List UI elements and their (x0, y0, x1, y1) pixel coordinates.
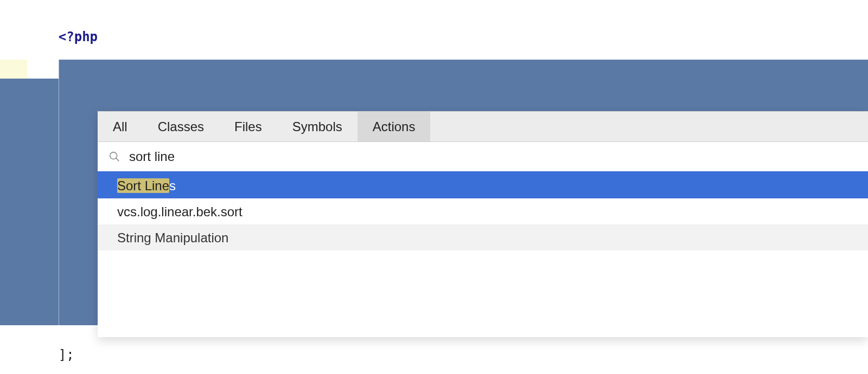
gutter-highlight (0, 60, 27, 79)
svg-point-0 (110, 152, 117, 159)
code-line: 'Istanbul', (27, 79, 868, 98)
gutter-selected (0, 154, 27, 173)
search-icon (108, 151, 120, 163)
search-everywhere-popup: All Classes Files Symbols Actions Sort L… (98, 111, 868, 337)
gutter-selected (0, 98, 27, 117)
match-highlight: Sort Line (117, 178, 169, 193)
result-section[interactable]: String Manipulation (98, 224, 868, 250)
tab-classes[interactable]: Classes (143, 112, 219, 141)
gutter-selected (0, 79, 27, 98)
result-label: String Manipulation (117, 228, 228, 247)
gutter-selected (0, 211, 27, 230)
code-line: <?php (27, 9, 868, 28)
search-input[interactable] (129, 149, 857, 164)
gutter-selected (0, 249, 27, 268)
code-line: 'Delhi', (27, 60, 868, 79)
tab-files[interactable]: Files (219, 112, 277, 141)
tab-actions[interactable]: Actions (358, 112, 431, 141)
search-row (98, 142, 868, 172)
code-editor[interactable]: <?php $array = [ 'Delhi', 'Istanbul', 'T… (0, 0, 868, 374)
tab-symbols[interactable]: Symbols (277, 112, 358, 141)
result-label-suffix: s (169, 178, 176, 193)
gutter-selected (0, 136, 27, 154)
gutter-selected (0, 268, 27, 287)
gutter-selected (0, 306, 27, 325)
popup-tabs: All Classes Files Symbols Actions (98, 112, 868, 142)
gutter-selected (0, 173, 27, 192)
result-item[interactable]: vcs.log.linear.bek.sort (98, 198, 868, 224)
gutter-selected (0, 192, 27, 211)
svg-line-1 (116, 158, 119, 162)
result-label: vcs.log.linear.bek.sort (117, 202, 242, 221)
results-list: Sort Lines vcs.log.linear.bek.sort Strin… (98, 172, 868, 250)
php-open-tag: <?php (59, 29, 98, 44)
gutter-selected (0, 230, 27, 249)
close-bracket: ]; (59, 347, 74, 363)
gutter-selected (0, 287, 27, 306)
tab-all[interactable]: All (98, 112, 143, 141)
string-literal: 'Sao (90, 346, 129, 361)
result-item[interactable]: Sort Lines (98, 172, 868, 198)
popup-blank (98, 250, 868, 337)
gutter-selected (0, 117, 27, 136)
